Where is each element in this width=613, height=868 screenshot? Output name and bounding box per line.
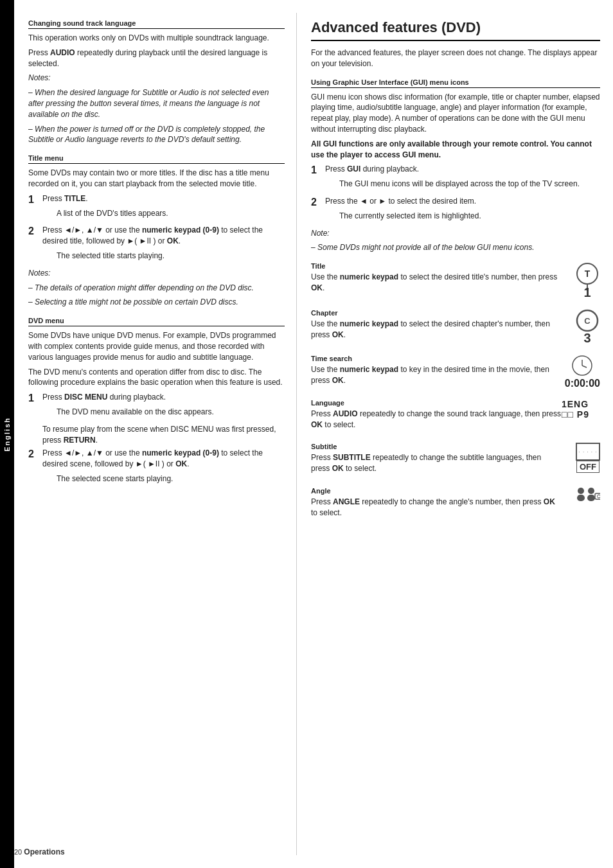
step3-1: 1 Press DISC MENU during playback. The D… xyxy=(28,392,285,420)
gui-time-prefix: Use the xyxy=(311,365,340,374)
press-label: Press xyxy=(28,48,50,57)
left-column: Changing sound track language This opera… xyxy=(14,13,297,855)
gui-step1-suffix: during playback. xyxy=(360,164,419,173)
step2-2-bold2: OK xyxy=(167,236,179,245)
main-title: Advanced features (DVD) xyxy=(311,19,600,41)
svg-rect-12 xyxy=(587,495,595,501)
step2-2-content: Press ◄/►, ▲/▼ or use the numeric keypad… xyxy=(42,225,285,263)
note2-1: – The details of operation might differ … xyxy=(28,283,285,294)
gui-language-text: Language Press AUDIO repeatedly to chang… xyxy=(311,399,562,434)
gui-chapter-label: Chapter xyxy=(311,309,562,317)
step3-1-suffix: during playback. xyxy=(107,393,166,402)
step2-1-num: 1 xyxy=(28,193,40,206)
gui-time-icon: 0:00:00 xyxy=(562,355,600,389)
time-svg-icon xyxy=(571,355,593,376)
gui-step1-num: 1 xyxy=(311,164,323,176)
gui-warning: All GUI functions are only available thr… xyxy=(311,139,600,161)
step2-2-indent: The selected title starts playing. xyxy=(57,251,285,261)
gui-angle-text: Angle Press ANGLE repeatedly to change t… xyxy=(311,487,562,522)
note1-text: – When the desired language for Subtitle… xyxy=(28,87,285,120)
resume-text: To resume play from the scene when DISC … xyxy=(42,424,285,446)
section2-para1: Some DVDs may contain two or more titles… xyxy=(28,168,285,190)
gui-step2-num: 2 xyxy=(311,196,323,208)
svg-point-15 xyxy=(598,495,601,498)
gui-time-suffix2: . xyxy=(344,376,346,385)
step2-1-suffix: . xyxy=(85,194,87,203)
resume-suffix: . xyxy=(96,436,98,445)
step2-2-bold: numeric keypad (0-9) xyxy=(142,226,219,235)
gui-title-bold: numeric keypad xyxy=(340,272,398,281)
subtitle-off: OFF xyxy=(576,461,600,473)
step2-1-bold: TITLE xyxy=(64,194,85,203)
step3-2-bold2: OK xyxy=(175,459,187,468)
step3-1-indent: The DVD menu available on the disc appea… xyxy=(57,407,285,418)
step3-2-text: Press ◄/►, ▲/▼ or use the xyxy=(42,448,142,457)
footer-page-num: 20 xyxy=(14,848,22,856)
subtitle-box-icon: · · · · · xyxy=(576,443,600,461)
gui-title-text: Title Use the numeric keypad to select t… xyxy=(311,262,562,297)
resume-bold: RETURN xyxy=(64,436,96,445)
chapter-num: 3 xyxy=(583,331,591,346)
gui-time-bold2: OK xyxy=(332,376,344,385)
gui-subtitle-item: Subtitle Press SUBTITLE repeatedly to ch… xyxy=(311,443,600,478)
section1-title: Changing sound track language xyxy=(28,19,285,29)
section3-para2: The DVD menu's contents and operation di… xyxy=(28,367,285,389)
step2-1: 1 Press TITLE. A list of the DVD's title… xyxy=(28,193,285,222)
gui-lang-suffix2: to select. xyxy=(323,420,355,429)
gui-section-title: Using Graphic User Interface (GUI) menu … xyxy=(311,78,600,88)
time-display: 0:00:00 xyxy=(565,378,600,389)
gui-angle-icon xyxy=(562,487,600,509)
step2-1-content: Press TITLE. A list of the DVD's titles … xyxy=(42,193,285,222)
section1-para1: This operation works only on DVDs with m… xyxy=(28,33,285,44)
svg-point-9 xyxy=(578,488,584,494)
gui-title-suffix2: . xyxy=(323,283,324,292)
gui-angle-label: Angle xyxy=(311,487,562,495)
step3-1-prefix: Press xyxy=(42,393,64,402)
svg-point-11 xyxy=(588,488,594,494)
step2-1-prefix: Press xyxy=(42,194,64,203)
gui-language-icon: 1ENG □□ P9 xyxy=(562,399,600,420)
gui-angle-bold2: OK xyxy=(544,497,555,506)
gui-chapter-suffix2: . xyxy=(344,330,346,339)
footer-section: Operations xyxy=(24,847,64,856)
gui-chapter-item: Chapter Use the numeric keypad to select… xyxy=(311,309,600,346)
step3-2: 2 Press ◄/►, ▲/▼ or use the numeric keyp… xyxy=(28,448,285,486)
gui-angle-item: Angle Press ANGLE repeatedly to change t… xyxy=(311,487,600,522)
gui-angle-suffix2: to select. xyxy=(311,508,342,517)
gui-time-bold: numeric keypad xyxy=(340,365,398,374)
step3-2-suffix2: . xyxy=(187,459,189,468)
section-dvd-menu: DVD menu Some DVDs have unique DVD menus… xyxy=(28,317,285,487)
gui-step2-indent: The currently selected item is highlight… xyxy=(339,211,600,222)
gui-title-icon: T 1 xyxy=(562,262,600,300)
gui-step1-content: Press GUI during playback. The GUI menu … xyxy=(325,164,600,192)
angle-persons-icon xyxy=(573,487,600,509)
gui-subtitle-label: Subtitle xyxy=(311,443,562,450)
gui-time-item: Time search Use the numeric keypad to ke… xyxy=(311,355,600,390)
step2-2-num: 2 xyxy=(28,225,40,237)
gui-step2-content: Press the ◄ or ► to select the desired i… xyxy=(325,196,600,224)
gui-angle-prefix: Press xyxy=(311,497,333,506)
step2-2: 2 Press ◄/►, ▲/▼ or use the numeric keyp… xyxy=(28,225,285,263)
section-title-menu: Title menu Some DVDs may contain two or … xyxy=(28,154,285,308)
svg-text:C: C xyxy=(584,316,591,326)
gui-lang-suffix: repeatedly to change the sound track lan… xyxy=(358,409,561,418)
gui-note-text: – Some DVDs might not provide all of the… xyxy=(311,242,600,253)
gui-chapter-bold2: OK xyxy=(332,330,344,339)
gui-step1-bold: GUI xyxy=(347,164,360,173)
gui-language-label: Language xyxy=(311,399,562,407)
note2-text: – When the power is turned off or the DV… xyxy=(28,124,285,146)
gui-title-bold2: OK xyxy=(311,283,323,292)
gui-time-text: Time search Use the numeric keypad to ke… xyxy=(311,355,562,390)
lang-display: 1ENG □□ P9 xyxy=(562,399,600,420)
gui-angle-bold: ANGLE xyxy=(333,497,360,506)
gui-chapter-icon: C 3 xyxy=(562,309,600,346)
svg-line-8 xyxy=(582,366,587,368)
step3-1-bold: DISC MENU xyxy=(64,393,107,402)
gui-step1-indent: The GUI menu icons will be displayed acr… xyxy=(339,179,600,190)
gui-step2-prefix: Press the ◄ or ► to select the desired i… xyxy=(325,196,600,207)
gui-lang-prefix: Press xyxy=(311,409,333,418)
gui-step1-prefix: Press xyxy=(325,164,347,173)
gui-chapter-prefix: Use the xyxy=(311,319,340,328)
section-changing-sound: Changing sound track language This opera… xyxy=(28,19,285,145)
page-footer: 20 Operations xyxy=(14,847,65,856)
